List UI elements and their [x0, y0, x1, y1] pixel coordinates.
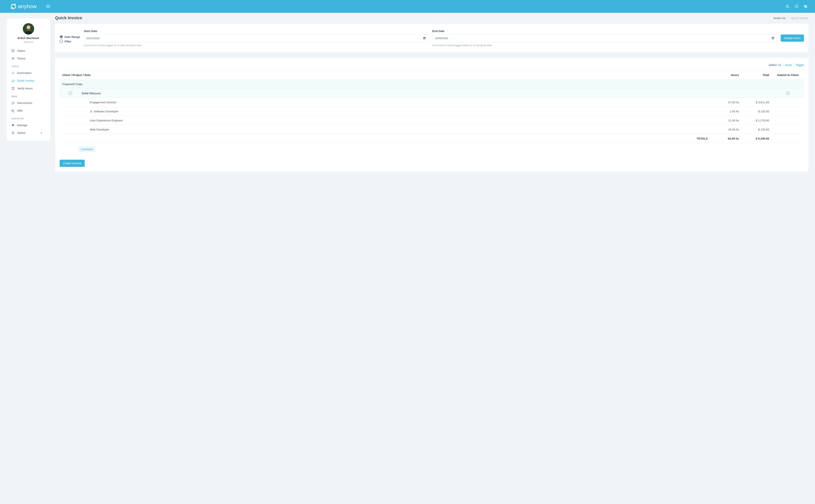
role-total: $ 3,811.00 — [742, 98, 772, 107]
start-date-label: Start Date — [84, 29, 429, 33]
radio-label: Date Range — [64, 35, 80, 38]
radio-date-range[interactable]: Date Range — [60, 35, 80, 38]
role-row: User Experience Engineer 11.00 hs $ 1,27… — [60, 116, 804, 125]
end-date-input[interactable]: 10/06/2020 — [432, 35, 777, 42]
start-date-input[interactable]: 03/12/2020 — [84, 35, 429, 42]
end-date-label: End Date — [432, 29, 777, 33]
calendar-icon — [423, 37, 426, 40]
col-hours: Hours — [715, 71, 742, 80]
nav-status[interactable]: Status — [7, 47, 50, 54]
user-avatar[interactable] — [23, 23, 34, 35]
role-hours: 1.00 hs — [715, 107, 742, 116]
select-none-link[interactable]: None — [785, 63, 792, 67]
nav-teams[interactable]: Teams — [7, 54, 50, 62]
nav-label: Discussions — [17, 101, 32, 104]
gear-icon — [12, 124, 15, 127]
nav-verify-hours[interactable]: Verify Hours — [7, 84, 50, 92]
role-total: $ 120.00 — [742, 125, 772, 134]
col-total: Total — [742, 71, 772, 80]
svg-line-9 — [12, 73, 13, 74]
svg-rect-26 — [772, 38, 774, 39]
breadcrumb-org[interactable]: Aviato Inc — [774, 16, 786, 20]
invoice-table-card: Select: All | None | Toggle Client / Pro… — [55, 58, 808, 171]
project-select-checkbox[interactable] — [69, 91, 72, 95]
tools-icon — [12, 71, 15, 74]
nav-section-main: MAIN — [7, 92, 50, 99]
end-date-help: Limit hours to those logged before or on… — [432, 44, 777, 47]
svg-point-11 — [13, 80, 14, 80]
history-icon[interactable] — [795, 5, 798, 8]
end-date-value: 10/06/2020 — [435, 37, 448, 40]
radio-icon — [60, 35, 63, 38]
project-row: Solid Obscure — [60, 89, 804, 98]
nav-section-tools: TOOLS — [7, 62, 50, 69]
project-name: Solid Obscure — [82, 92, 101, 95]
svg-point-12 — [14, 80, 14, 81]
svg-rect-6 — [12, 50, 14, 52]
svg-point-15 — [13, 125, 13, 126]
nav-switch[interactable]: Switch — [7, 129, 50, 137]
svg-point-8 — [13, 58, 14, 58]
role-name: Engagement Director — [60, 98, 715, 107]
user-org: Aviato Inc — [7, 41, 50, 43]
svg-line-1 — [788, 7, 789, 8]
check-square-icon — [12, 49, 15, 52]
nav-label: Automation — [17, 71, 31, 74]
customize-button[interactable]: Customize — [78, 147, 95, 152]
nav-automation[interactable]: Automation — [7, 69, 50, 77]
chat-icon — [12, 101, 15, 104]
submit-checkbox[interactable] — [786, 91, 790, 95]
svg-point-5 — [27, 26, 30, 29]
nav-quick-invoice[interactable]: Quick Invoice — [7, 77, 50, 84]
hand-coins-icon — [12, 79, 15, 82]
select-all-link[interactable]: All — [778, 63, 781, 67]
role-row: Web Developer 15.00 hs $ 120.00 — [60, 125, 804, 134]
role-name: Web Developer — [60, 125, 715, 134]
start-date-help: Limit hours to those logged on or after … — [84, 44, 429, 47]
role-total: $ 1,276.00 — [742, 116, 772, 125]
invoice-table: Client / Project / Role Hours Total Subm… — [60, 70, 804, 156]
nav-discussions[interactable]: Discussions — [7, 99, 50, 107]
nav-wiki[interactable]: Wiki — [7, 107, 50, 114]
filter-card: Date Range Filter Start Date 03/12/2020 … — [55, 24, 808, 52]
brand-logo[interactable]: anyhow — [10, 3, 37, 9]
create-invoices-button[interactable]: Create Invoices — [60, 160, 85, 167]
totals-label: TOTALS — [60, 134, 715, 143]
start-date-value: 03/12/2020 — [86, 37, 100, 40]
sidebar: Erlich Bachman Aviato Inc Status Teams T… — [7, 18, 50, 140]
totals-hours: 64.00 hs — [715, 134, 742, 143]
radio-icon — [60, 40, 63, 43]
page-title: Quick Invoice — [55, 15, 82, 20]
role-hours: 37.00 hs — [715, 98, 742, 107]
nav-label: Teams — [17, 57, 25, 60]
menu-toggle[interactable] — [46, 4, 50, 8]
settings-icon[interactable] — [804, 5, 807, 8]
client-name: Cogswell Cogs — [60, 80, 804, 89]
nav-label: Wiki — [17, 109, 22, 112]
role-hours: 11.00 hs — [715, 116, 742, 125]
main-content: Quick Invoice Aviato Inc › Quick Invoice… — [50, 13, 815, 179]
document-icon — [12, 87, 15, 90]
select-toggle-link[interactable]: Toggle — [796, 63, 804, 67]
nav-label: Status — [17, 49, 25, 52]
users-icon — [12, 57, 15, 60]
nav-label: Manage — [17, 124, 27, 127]
svg-point-0 — [786, 5, 788, 7]
client-row: Cogswell Cogs — [60, 80, 804, 89]
role-name: User Experience Engineer — [60, 116, 715, 125]
nav-section-org: AVIATO INC — [7, 114, 50, 121]
col-submit: Submit to Client — [772, 71, 804, 80]
calendar-icon — [771, 37, 774, 40]
breadcrumb-current: Quick Invoice — [791, 16, 808, 20]
svg-rect-14 — [12, 87, 14, 90]
search-icon[interactable] — [786, 5, 789, 8]
nav-manage[interactable]: Manage — [7, 121, 50, 129]
breadcrumb: Aviato Inc › Quick Invoice — [774, 16, 808, 20]
display-hours-button[interactable]: Display Hours — [781, 35, 804, 42]
svg-rect-18 — [424, 37, 426, 38]
customize-row: Customize — [60, 143, 804, 156]
radio-filter[interactable]: Filter — [60, 40, 80, 43]
svg-rect-23 — [772, 37, 774, 38]
clock-icon — [12, 131, 15, 134]
separator: | — [793, 63, 794, 67]
